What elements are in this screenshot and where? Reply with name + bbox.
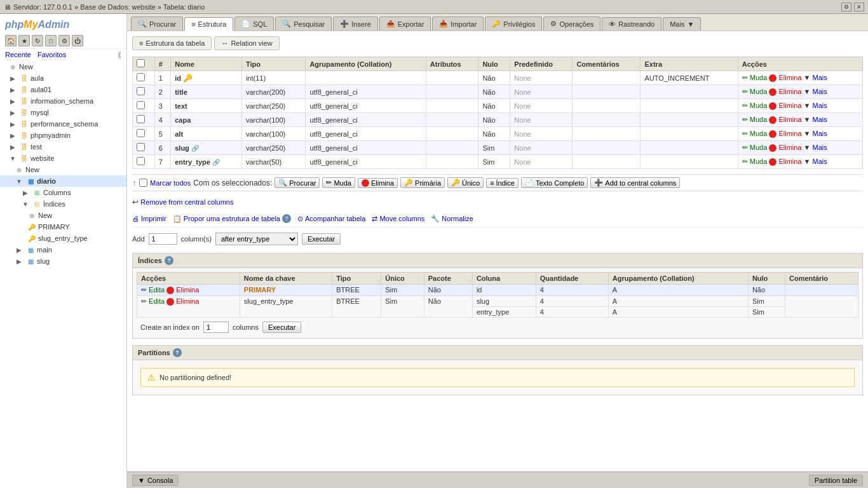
mais-link[interactable]: Mais xyxy=(813,88,827,95)
elimina-link[interactable]: Elimina xyxy=(176,297,199,305)
row-checkbox[interactable] xyxy=(137,115,145,123)
elimina-link[interactable]: Elimina xyxy=(778,144,801,151)
muda-link[interactable]: ✏ Muda xyxy=(742,116,768,124)
add-column-input[interactable] xyxy=(149,233,177,245)
sub-tab-relation[interactable]: ↔ Relation view xyxy=(214,36,279,50)
row-checkbox[interactable] xyxy=(137,73,145,81)
sidebar-item-information-schema[interactable]: ▶ 🗄 information_schema xyxy=(0,95,126,107)
acompanhar-link[interactable]: ⊙ Acompanhar tabela xyxy=(297,215,365,223)
muda-btn[interactable]: ✏ Muda xyxy=(322,177,355,188)
refresh-icon[interactable]: ↻ xyxy=(32,35,43,46)
sidebar-item-performance-schema[interactable]: ▶ 🗄 performance_schema xyxy=(0,118,126,130)
sidebar-item-primary[interactable]: 🔑 PRIMARY xyxy=(0,221,126,233)
expand-sidebar-icon[interactable]: ⟪ xyxy=(118,51,121,59)
move-columns-link[interactable]: ⇄ Move columns xyxy=(372,215,424,223)
muda-link[interactable]: ✏ Muda xyxy=(742,74,768,82)
elimina-link[interactable]: Elimina xyxy=(778,130,801,137)
row-checkbox[interactable] xyxy=(137,101,145,109)
tab-privilegios[interactable]: 🔑 Privilégios xyxy=(485,17,542,30)
unico-btn[interactable]: 🔑 Único xyxy=(447,177,484,188)
row-checkbox[interactable] xyxy=(137,143,145,151)
procurar-btn[interactable]: 🔍 Procurar xyxy=(275,177,320,188)
create-index-input[interactable] xyxy=(203,322,229,333)
create-index-executar-btn[interactable]: Executar xyxy=(262,322,301,333)
sidebar-item-new-top[interactable]: ⊕ New xyxy=(0,61,126,72)
normalize-link[interactable]: 🔧 Normalize xyxy=(431,215,473,223)
elimina-link[interactable]: Elimina xyxy=(778,158,801,165)
sidebar-item-indices[interactable]: ▼ ⊟ Índices xyxy=(0,198,126,210)
partition-table-button[interactable]: Partition table xyxy=(809,475,863,486)
add-column-executar-btn[interactable]: Executar xyxy=(302,233,341,245)
sidebar-item-main[interactable]: ▶ ▦ main xyxy=(0,244,126,255)
add-column-position-select[interactable]: after entry_type at beginning of table a… xyxy=(215,233,298,245)
marcar-todos-checkbox[interactable] xyxy=(139,179,147,187)
sidebar-item-mysql[interactable]: ▶ 🗄 mysql xyxy=(0,107,126,118)
sidebar-item-new-website[interactable]: ⊕ New xyxy=(0,164,126,175)
muda-link[interactable]: ✏ Muda xyxy=(742,144,768,152)
sidebar-item-columns[interactable]: ▶ ⊞ Columns xyxy=(0,187,126,198)
elimina-link[interactable]: Elimina xyxy=(778,116,801,123)
tab-mais[interactable]: Mais ▼ xyxy=(663,17,701,30)
sidebar-item-diario[interactable]: ▼ ▦ diario xyxy=(0,175,126,187)
elimina-btn[interactable]: Elimina xyxy=(358,178,398,188)
favs-link[interactable]: Favoritos xyxy=(37,51,66,59)
row-checkbox[interactable] xyxy=(137,129,145,137)
tab-procurar[interactable]: 🔍 Procurar xyxy=(131,17,183,30)
tab-importar[interactable]: 📥 Importar xyxy=(432,17,484,30)
tab-rastreando[interactable]: 👁 Rastreando xyxy=(602,17,661,30)
sidebar-item-phpmyadmin[interactable]: ▶ 🗄 phpmyadmin xyxy=(0,130,126,141)
muda-link[interactable]: ✏ Muda xyxy=(742,88,768,96)
elimina-link[interactable]: Elimina xyxy=(778,88,801,95)
more-icon[interactable]: □ xyxy=(45,35,57,46)
row-checkbox[interactable] xyxy=(137,157,145,165)
tab-insere[interactable]: ➕ Insere xyxy=(333,17,378,30)
home-icon[interactable]: 🏠 xyxy=(5,35,17,46)
settings-icon[interactable]: ⚙ xyxy=(58,35,70,46)
add-central-btn[interactable]: ➕ Add to central columns xyxy=(590,177,680,188)
tab-estrutura[interactable]: ≡ Estrutura xyxy=(184,17,233,31)
mais-link[interactable]: Mais xyxy=(813,74,827,81)
select-all-checkbox[interactable] xyxy=(137,59,145,67)
mais-link[interactable]: Mais xyxy=(813,130,827,137)
texto-btn[interactable]: 📄 Texto Completo xyxy=(521,177,588,188)
tab-sql[interactable]: 📄 SQL xyxy=(234,17,274,30)
muda-link[interactable]: ✏ Muda xyxy=(742,158,768,166)
settings-button[interactable]: ⚙ xyxy=(841,3,851,11)
close-button[interactable]: ✕ xyxy=(854,3,864,11)
sort-icon[interactable]: ↑ xyxy=(132,178,137,188)
sidebar-item-slug-entry-type[interactable]: 🔑 slug_entry_type xyxy=(0,233,126,244)
mais-link[interactable]: Mais xyxy=(813,144,827,151)
console-button[interactable]: ▼ Consola xyxy=(132,475,179,486)
tab-operacoes[interactable]: ⚙ Operações xyxy=(543,17,600,30)
sidebar-item-new-index[interactable]: ⊕ New xyxy=(0,210,126,221)
partitions-help-icon[interactable]: ? xyxy=(173,348,182,357)
edita-link[interactable]: Edita xyxy=(149,297,165,305)
sidebar-item-test[interactable]: ▶ 🗄 test xyxy=(0,141,126,152)
propor-help-icon[interactable]: ? xyxy=(282,214,291,223)
propor-link[interactable]: 📋 Propor uma estrutura de tabela ? xyxy=(173,214,291,223)
mais-link[interactable]: Mais xyxy=(813,158,827,165)
elimina-link[interactable]: Elimina xyxy=(778,74,801,81)
tab-exportar[interactable]: 📤 Exportar xyxy=(379,17,431,30)
muda-link[interactable]: ✏ Muda xyxy=(742,130,768,138)
elimina-link[interactable]: Elimina xyxy=(778,102,801,109)
imprimir-link[interactable]: 🖨 Imprimir xyxy=(132,215,166,222)
sidebar-item-website[interactable]: ▼ 🗄 website xyxy=(0,152,126,164)
window-controls[interactable]: ⚙ ✕ xyxy=(841,3,864,11)
sidebar-item-aula[interactable]: ▶ 🗄 aula xyxy=(0,72,126,84)
exit-icon[interactable]: ⏻ xyxy=(72,35,83,46)
sidebar-item-slug[interactable]: ▶ ▦ slug xyxy=(0,255,126,267)
indices-help-icon[interactable]: ? xyxy=(165,256,173,265)
remove-central-link[interactable]: Remove from central columns xyxy=(140,198,233,206)
star-icon[interactable]: ★ xyxy=(18,35,30,46)
elimina-link[interactable]: Elimina xyxy=(176,286,199,294)
indice-btn[interactable]: ≡ Índice xyxy=(486,178,519,188)
recents-link[interactable]: Recente xyxy=(5,51,31,59)
primaria-btn[interactable]: 🔑 Primária xyxy=(400,177,445,188)
muda-link[interactable]: ✏ Muda xyxy=(742,102,768,110)
edita-link[interactable]: Edita xyxy=(149,286,165,294)
sub-tab-estrutura[interactable]: ≡ Estrutura da tabela xyxy=(132,36,212,50)
mais-link[interactable]: Mais xyxy=(813,102,827,109)
mais-link[interactable]: Mais xyxy=(813,116,827,123)
row-checkbox[interactable] xyxy=(137,87,145,95)
